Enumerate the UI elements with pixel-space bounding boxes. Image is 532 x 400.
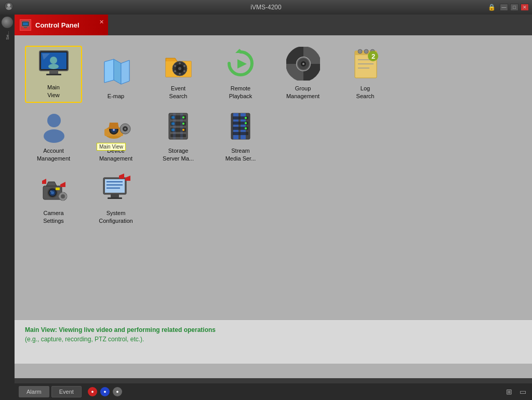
svg-point-75 xyxy=(245,127,247,129)
app-icon xyxy=(4,2,14,13)
svg-marker-77 xyxy=(46,182,57,186)
system-configuration-icon-img xyxy=(98,170,134,206)
close-window-button[interactable]: ✕ xyxy=(521,4,529,11)
svg-point-80 xyxy=(51,191,54,194)
svg-point-21 xyxy=(183,65,185,67)
icon-system-configuration[interactable]: SystemConfiguration xyxy=(87,170,144,228)
icon-e-map[interactable]: E-map xyxy=(87,46,144,103)
group-management-label: GroupManagement xyxy=(286,85,320,100)
bottom-icon-2[interactable]: ▭ xyxy=(517,386,528,397)
cp-close-button[interactable]: ✕ xyxy=(99,19,104,25)
icon-main-view[interactable]: MainView Main View xyxy=(25,46,82,103)
log-search-label: LogSearch xyxy=(356,85,375,100)
window-controls: 🔒 — □ ✕ xyxy=(488,4,529,11)
icon-account-management[interactable]: AccountManagement xyxy=(25,108,82,165)
e-map-icon-img xyxy=(98,53,134,89)
log-search-icon-img: 2 xyxy=(347,46,383,82)
lock-icon[interactable]: 🔒 xyxy=(488,4,496,11)
icon-storage-server[interactable]: StorageServer Ma... xyxy=(150,108,207,165)
camera-settings-label: CameraSettings xyxy=(43,209,64,224)
svg-point-31 xyxy=(302,63,304,65)
event-search-icon-img xyxy=(160,46,196,82)
icon-log-search[interactable]: 2 LogSearch xyxy=(337,46,394,103)
svg-rect-82 xyxy=(56,188,60,190)
svg-point-22 xyxy=(183,70,185,72)
stream-media-label: StreamMedia Ser... xyxy=(225,147,256,162)
status-icon-gray: ● xyxy=(113,387,122,396)
minimize-button[interactable]: — xyxy=(500,4,508,11)
svg-rect-4 xyxy=(23,22,28,25)
maximize-button[interactable]: □ xyxy=(510,4,518,11)
storage-server-icon-img xyxy=(160,108,196,144)
svg-point-25 xyxy=(174,65,176,67)
svg-point-23 xyxy=(179,73,181,75)
svg-rect-5 xyxy=(24,27,27,28)
svg-rect-9 xyxy=(46,74,61,75)
svg-rect-96 xyxy=(111,194,119,197)
icon-stream-media[interactable]: StreamMedia Ser... xyxy=(212,108,269,165)
svg-point-12 xyxy=(48,64,59,69)
svg-point-24 xyxy=(174,70,176,72)
info-box: Main View: Viewing live video and perfor… xyxy=(15,319,532,364)
svg-point-11 xyxy=(50,57,57,64)
svg-point-52 xyxy=(124,128,126,130)
svg-marker-98 xyxy=(119,174,124,179)
window-title: iVMS-4200 xyxy=(250,4,281,11)
sidebar-logo xyxy=(2,17,13,28)
svg-rect-88 xyxy=(62,198,64,201)
stream-media-icon-img xyxy=(222,108,259,144)
info-line2: (e.g., capture, recording, PTZ control, … xyxy=(25,336,522,343)
icons-row-3: CameraSettings xyxy=(25,170,522,228)
icon-remote-playback[interactable]: RemotePlayback xyxy=(212,46,269,103)
bottom-icon-1[interactable]: ⊞ xyxy=(504,386,514,397)
main-view-icon-img xyxy=(35,47,72,81)
svg-point-43 xyxy=(44,129,64,143)
svg-rect-90 xyxy=(65,195,67,197)
account-management-label: AccountManagement xyxy=(37,147,70,162)
svg-rect-97 xyxy=(108,197,122,199)
storage-server-label: StorageServer Ma... xyxy=(163,147,194,162)
svg-marker-84 xyxy=(42,179,46,184)
svg-point-74 xyxy=(245,122,247,124)
svg-rect-8 xyxy=(49,71,58,74)
svg-rect-64 xyxy=(173,113,176,139)
svg-point-81 xyxy=(50,191,51,192)
status-icon-blue: ● xyxy=(100,387,110,396)
control-panel-header: Control Panel ✕ xyxy=(15,15,108,35)
bottom-right-icons: ⊞ ▭ xyxy=(504,386,528,397)
icons-grid: MainView Main View xyxy=(25,46,522,228)
system-configuration-label: SystemConfiguration xyxy=(99,209,132,224)
svg-text:2: 2 xyxy=(371,52,375,60)
device-management-icon-img xyxy=(98,108,134,144)
account-management-icon-img xyxy=(35,108,72,144)
svg-rect-72 xyxy=(233,132,248,135)
main-view-tooltip: Main View xyxy=(97,143,126,151)
icon-event-search[interactable]: EventSearch xyxy=(150,46,207,103)
icon-camera-settings[interactable]: CameraSettings xyxy=(25,170,82,228)
cp-icon xyxy=(20,19,31,31)
sidebar: Se... xyxy=(0,15,15,400)
svg-marker-99 xyxy=(125,176,130,181)
icon-device-management[interactable]: DeviceManagement xyxy=(87,108,144,165)
e-map-label: E-map xyxy=(108,92,124,100)
bottom-bar: Alarm Event ● ● ● ⊞ ▭ xyxy=(15,383,532,400)
svg-rect-65 xyxy=(180,113,183,139)
icon-group-management[interactable]: GroupManagement xyxy=(274,46,331,103)
svg-point-86 xyxy=(61,194,65,198)
sidebar-label: Se... xyxy=(5,31,10,39)
title-bar: iVMS-4200 🔒 — □ ✕ xyxy=(0,0,532,15)
event-button[interactable]: Event xyxy=(51,386,82,397)
alarm-button[interactable]: Alarm xyxy=(19,386,49,397)
remote-playback-label: RemotePlayback xyxy=(229,85,252,100)
status-icon-red: ● xyxy=(88,387,97,396)
svg-point-1 xyxy=(7,4,10,7)
svg-marker-49 xyxy=(109,123,119,129)
svg-marker-27 xyxy=(237,59,247,69)
svg-point-19 xyxy=(178,67,181,70)
svg-point-73 xyxy=(245,117,247,119)
svg-point-20 xyxy=(179,62,181,64)
cp-title: Control Panel xyxy=(35,21,79,29)
svg-rect-87 xyxy=(62,192,64,194)
remote-playback-icon-img xyxy=(222,46,259,82)
svg-marker-83 xyxy=(60,182,65,187)
